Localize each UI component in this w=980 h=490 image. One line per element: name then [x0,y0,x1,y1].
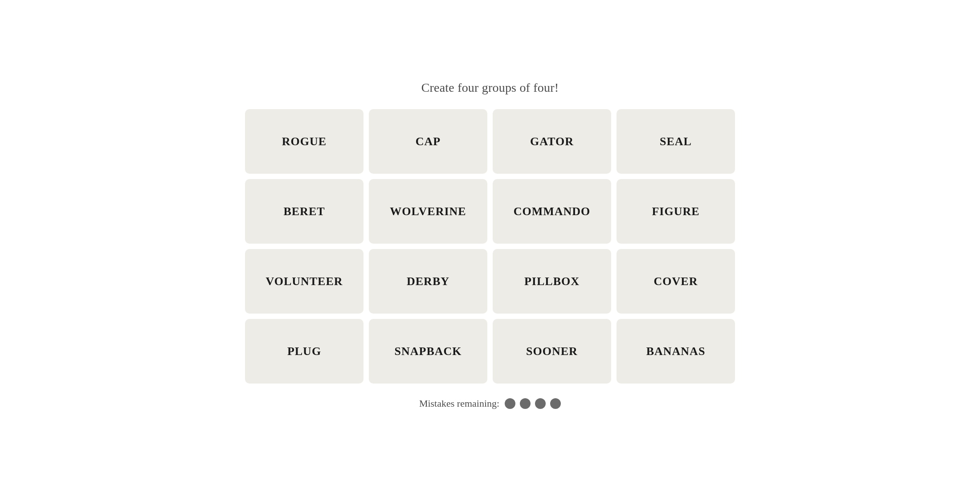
tile-derby[interactable]: DERBY [369,249,487,314]
mistakes-section: Mistakes remaining: [419,398,561,409]
tile-bananas[interactable]: BANANAS [617,319,735,384]
tile-seal[interactable]: SEAL [617,109,735,174]
tile-label-beret: BERET [283,205,325,218]
tile-gator[interactable]: GATOR [493,109,611,174]
tile-label-commando: COMMANDO [514,205,591,218]
tile-label-snapback: SNAPBACK [394,345,461,358]
tile-plug[interactable]: PLUG [245,319,363,384]
tile-pillbox[interactable]: PILLBOX [493,249,611,314]
tile-label-gator: GATOR [530,135,574,148]
tile-figure[interactable]: FIGURE [617,179,735,244]
mistake-dot-3 [535,398,546,409]
tile-volunteer[interactable]: VOLUNTEER [245,249,363,314]
tile-label-figure: FIGURE [652,205,699,218]
mistake-dot-1 [505,398,515,409]
tile-label-bananas: BANANAS [646,345,706,358]
tile-label-sooner: SOONER [526,345,578,358]
mistakes-dots [505,398,561,409]
tile-label-derby: DERBY [407,275,449,288]
subtitle: Create four groups of four! [421,81,559,95]
tile-beret[interactable]: BERET [245,179,363,244]
tile-label-volunteer: VOLUNTEER [265,275,343,288]
tile-snapback[interactable]: SNAPBACK [369,319,487,384]
game-container: Create four groups of four! ROGUECAPGATO… [245,81,735,409]
tile-label-cap: CAP [416,135,441,148]
mistake-dot-4 [550,398,561,409]
tile-label-pillbox: PILLBOX [524,275,580,288]
tile-label-wolverine: WOLVERINE [390,205,466,218]
tile-sooner[interactable]: SOONER [493,319,611,384]
tile-rogue[interactable]: ROGUE [245,109,363,174]
tile-grid: ROGUECAPGATORSEALBERETWOLVERINECOMMANDOF… [245,109,735,384]
tile-cover[interactable]: COVER [617,249,735,314]
tile-label-rogue: ROGUE [282,135,327,148]
mistake-dot-2 [520,398,531,409]
mistakes-label: Mistakes remaining: [419,398,499,409]
tile-wolverine[interactable]: WOLVERINE [369,179,487,244]
tile-label-seal: SEAL [660,135,692,148]
tile-commando[interactable]: COMMANDO [493,179,611,244]
tile-cap[interactable]: CAP [369,109,487,174]
tile-label-plug: PLUG [287,345,321,358]
tile-label-cover: COVER [654,275,698,288]
